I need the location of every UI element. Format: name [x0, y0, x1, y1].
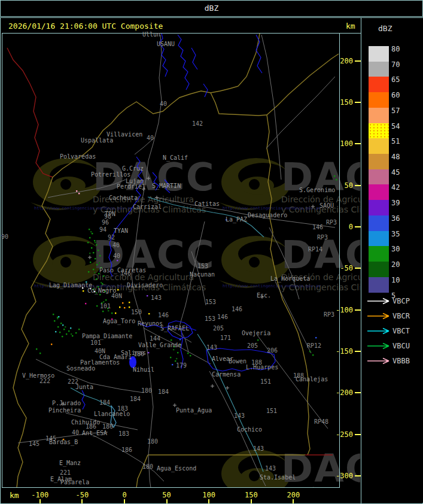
axis-label-right: 0: [328, 223, 353, 230]
axis-tick-right: [355, 102, 361, 103]
road-label: 146: [312, 224, 323, 230]
road-label: RP14: [308, 247, 322, 253]
place-label: USANU: [157, 41, 175, 47]
palette-label: 60: [391, 92, 400, 99]
road-label: 153: [197, 263, 208, 269]
road-label: 143: [253, 446, 264, 452]
road-label: 94: [99, 227, 106, 233]
road-label: 40: [160, 101, 167, 107]
palette-label: 45: [391, 169, 400, 176]
palette-band: [369, 277, 389, 293]
palette-label: 20: [391, 261, 400, 268]
place-label: Potrerillos: [91, 172, 130, 178]
place-label: Agua_Escond: [157, 466, 196, 472]
axis-tick-bottom: [166, 499, 168, 503]
axis-label-bottom: 150: [242, 491, 261, 499]
road-label: 146: [120, 271, 131, 277]
vbcu-arrow-icon: [366, 342, 392, 350]
road-label: 184: [99, 400, 110, 406]
vbcp-arrow-icon: [366, 297, 392, 305]
road-label: 183: [118, 431, 129, 437]
road-label: 222: [68, 379, 78, 385]
place-label: Pampa_Diamante: [82, 333, 132, 339]
axis-label-right: -100: [328, 306, 353, 314]
place-label: S_MARTIN: [152, 183, 181, 189]
axis-tick-right: [355, 143, 361, 144]
road-label: 179: [176, 363, 187, 369]
palette-label: 30: [391, 245, 400, 253]
axis-label-right: -50: [328, 265, 353, 272]
axis-tick-bottom: [293, 499, 294, 503]
road-label: 171: [220, 335, 231, 341]
place-label: Polvaredas: [60, 154, 96, 160]
axis-label-bottom: 50: [157, 491, 176, 499]
legend-label: VBCT: [392, 327, 410, 335]
road-label: 186: [86, 424, 96, 430]
place-label: Cacheuta: [109, 195, 138, 201]
road-label: 146: [217, 314, 228, 320]
road-label: 180: [133, 351, 144, 357]
road-label: 151: [260, 379, 271, 385]
place-label: Lag_Diamante: [49, 283, 92, 289]
road-label: 221: [60, 470, 71, 476]
place-label: La_Horqueta: [270, 276, 310, 282]
axis-label-bottom: -100: [31, 491, 50, 499]
palette-label: 10: [391, 277, 400, 284]
road-label: 183: [117, 406, 128, 412]
road-label: RP3: [317, 235, 328, 241]
place-label: Nacunan: [190, 272, 215, 278]
road-label: 186: [102, 424, 113, 430]
axis-label-right: -200: [328, 389, 353, 396]
place-label: Carrizal: [133, 204, 162, 210]
place-label: Carmensa: [212, 372, 241, 378]
axis-tick-right: [355, 434, 361, 435]
place-label: TYAN: [114, 228, 128, 234]
axis-tick-right: [355, 268, 361, 269]
road-label: 205: [247, 343, 258, 349]
road-label: 180: [141, 388, 152, 394]
road-label: 145: [45, 436, 56, 442]
road-label: 101: [100, 303, 111, 309]
palette-band: [369, 231, 389, 247]
palette-label: 48: [391, 153, 400, 160]
axis-tick-right: [355, 226, 361, 227]
axis-tick-right: [355, 351, 361, 352]
road-label: 40N: [95, 348, 105, 354]
place-label: Agua_Toro: [103, 318, 135, 324]
palette-label: 57: [391, 107, 400, 114]
legend-label: VBCR: [392, 312, 410, 320]
palette-label: 70: [391, 61, 400, 68]
place-label: Esc.: [257, 293, 271, 299]
road-label: 40: [113, 253, 120, 259]
place-label: Cochico: [237, 427, 262, 433]
palette-band: [369, 138, 389, 154]
axis-tick-right: [355, 60, 361, 62]
axis-label-right: -150: [328, 348, 353, 355]
road-label: 143: [206, 345, 217, 351]
vbcr-arrow-icon: [366, 312, 392, 320]
road-label: 150: [131, 309, 142, 315]
road-label: RP12: [307, 343, 321, 349]
palette-band: [369, 215, 389, 231]
place-label: P.Jurado: [52, 400, 81, 406]
axis-tick-right: [355, 185, 361, 186]
road-label: 40N: [111, 293, 122, 299]
axis-tick-bottom: [39, 499, 41, 503]
axis-label-right: 150: [328, 99, 353, 106]
place-label: S_RAFAEL: [160, 326, 189, 332]
overlay-layer: UllunUSANUVillavicenUspallataPolvaredasN…: [0, 0, 423, 504]
palette-band: [369, 123, 389, 139]
road-label: 205: [213, 326, 224, 332]
place-label: Pincheira: [48, 408, 81, 414]
place-label: Uspallata: [81, 138, 113, 144]
palette-label: 54: [391, 123, 400, 130]
road-label: 144: [150, 336, 160, 342]
palette-label: 65: [391, 76, 400, 83]
palette-band: [369, 154, 389, 169]
axis-tick-bottom: [124, 499, 125, 503]
road-label: 180: [142, 464, 153, 470]
place-label: Catitas: [194, 201, 220, 207]
place-label: Ovejeria: [242, 330, 270, 336]
axis-label-right: 50: [328, 182, 353, 189]
axis-tick-bottom: [208, 499, 209, 503]
